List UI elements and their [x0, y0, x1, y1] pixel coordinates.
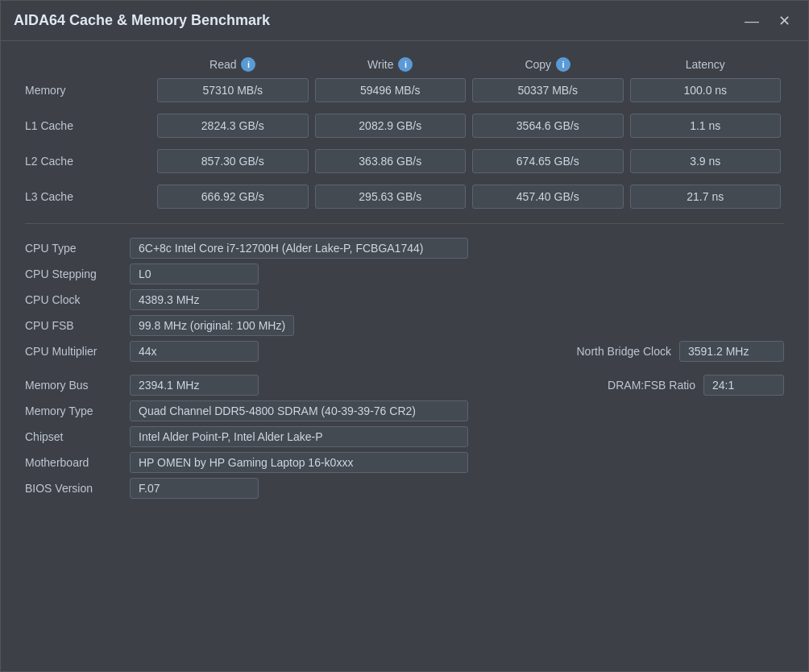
cpu-stepping-value: L0 — [130, 263, 259, 284]
dram-fsb-value: 24:1 — [703, 375, 784, 396]
memory-type-value: Quad Channel DDR5-4800 SDRAM (40-39-39-7… — [130, 400, 468, 421]
l3-copy-value: 457.40 GB/s — [472, 185, 624, 209]
l1-latency-value: 1.1 ns — [630, 114, 782, 138]
l2-copy-value: 674.65 GB/s — [472, 149, 624, 173]
memory-bus-label: Memory Bus — [25, 379, 130, 392]
memory-read-value: 57310 MB/s — [157, 78, 309, 102]
l3-latency-value: 21.7 ns — [630, 185, 782, 209]
minimize-button[interactable]: — — [740, 12, 764, 30]
cpu-multiplier-label: CPU Multiplier — [25, 345, 130, 358]
cpu-stepping-row: CPU Stepping L0 — [25, 263, 784, 285]
main-window: AIDA64 Cache & Memory Benchmark — ✕ Read… — [0, 0, 809, 672]
cpu-multiplier-row: CPU Multiplier 44x North Bridge Clock 35… — [25, 340, 784, 363]
north-bridge-value: 3591.2 MHz — [679, 341, 784, 362]
benchmark-section: Memory 57310 MB/s 59496 MB/s 50337 MB/s … — [25, 78, 784, 209]
l3-cache-label: L3 Cache — [25, 190, 154, 203]
section-divider — [25, 223, 784, 224]
l2-write-value: 363.86 GB/s — [315, 149, 467, 173]
memory-label: Memory — [25, 84, 154, 97]
l1-cache-label: L1 Cache — [25, 119, 154, 132]
memory-type-label: Memory Type — [25, 404, 130, 417]
north-bridge-label: North Bridge Clock — [577, 345, 680, 358]
window-controls: — ✕ — [740, 12, 795, 30]
memory-copy-value: 50337 MB/s — [472, 78, 624, 102]
cpu-type-row: CPU Type 6C+8c Intel Core i7-12700H (Ald… — [25, 237, 784, 259]
read-info-icon[interactable]: i — [241, 57, 255, 72]
content-area: Read i Write i Copy i Latency Memory 573… — [1, 41, 808, 671]
read-header: Read i — [154, 57, 312, 72]
cpu-clock-row: CPU Clock 4389.3 MHz — [25, 288, 784, 311]
l2-latency-value: 3.9 ns — [630, 149, 782, 173]
l3-read-value: 666.92 GB/s — [157, 185, 309, 209]
window-title: AIDA64 Cache & Memory Benchmark — [14, 12, 270, 29]
latency-header: Latency — [627, 58, 785, 71]
motherboard-row: Motherboard HP OMEN by HP Gaming Laptop … — [25, 451, 784, 474]
cpu-fsb-row: CPU FSB 99.8 MHz (original: 100 MHz) — [25, 314, 784, 337]
l2-cache-row: L2 Cache 857.30 GB/s 363.86 GB/s 674.65 … — [25, 149, 784, 173]
copy-header: Copy i — [469, 57, 627, 72]
cpu-fsb-value: 99.8 MHz (original: 100 MHz) — [130, 315, 294, 336]
l2-cache-label: L2 Cache — [25, 155, 154, 168]
cpu-stepping-label: CPU Stepping — [25, 268, 130, 280]
bios-version-row: BIOS Version F.07 — [25, 477, 784, 500]
memory-row: Memory 57310 MB/s 59496 MB/s 50337 MB/s … — [25, 78, 784, 102]
cpu-fsb-label: CPU FSB — [25, 319, 130, 332]
motherboard-label: Motherboard — [25, 456, 130, 469]
close-button[interactable]: ✕ — [774, 12, 795, 30]
cpu-clock-value: 4389.3 MHz — [130, 289, 259, 310]
bios-value: F.07 — [130, 478, 259, 499]
memory-bus-value: 2394.1 MHz — [130, 375, 259, 396]
cpu-type-value: 6C+8c Intel Core i7-12700H (Alder Lake-P… — [130, 238, 468, 259]
l3-cache-row: L3 Cache 666.92 GB/s 295.63 GB/s 457.40 … — [25, 185, 784, 209]
l1-write-value: 2082.9 GB/s — [315, 114, 467, 138]
cpu-clock-label: CPU Clock — [25, 293, 130, 306]
cpu-type-label: CPU Type — [25, 242, 130, 255]
cpu-multiplier-value: 44x — [130, 341, 259, 362]
title-bar: AIDA64 Cache & Memory Benchmark — ✕ — [1, 1, 808, 41]
bios-label: BIOS Version — [25, 482, 130, 495]
chipset-row: Chipset Intel Alder Point-P, Intel Alder… — [25, 425, 784, 448]
chipset-label: Chipset — [25, 430, 130, 443]
l3-write-value: 295.63 GB/s — [315, 185, 467, 209]
l1-cache-row: L1 Cache 2824.3 GB/s 2082.9 GB/s 3564.6 … — [25, 114, 784, 138]
memory-bus-row: Memory Bus 2394.1 MHz DRAM:FSB Ratio 24:… — [25, 374, 784, 396]
chipset-value: Intel Alder Point-P, Intel Alder Lake-P — [130, 426, 468, 447]
write-header: Write i — [312, 57, 470, 72]
dram-fsb-label: DRAM:FSB Ratio — [608, 379, 703, 392]
write-info-icon[interactable]: i — [398, 57, 413, 72]
memory-latency-value: 100.0 ns — [630, 78, 782, 102]
memory-type-row: Memory Type Quad Channel DDR5-4800 SDRAM… — [25, 400, 784, 422]
column-headers: Read i Write i Copy i Latency — [25, 57, 784, 72]
l2-read-value: 857.30 GB/s — [157, 149, 309, 173]
motherboard-value: HP OMEN by HP Gaming Laptop 16-k0xxx — [130, 452, 468, 473]
system-info-section: CPU Type 6C+8c Intel Core i7-12700H (Ald… — [25, 237, 784, 500]
memory-write-value: 59496 MB/s — [315, 78, 467, 102]
l1-copy-value: 3564.6 GB/s — [472, 114, 624, 138]
copy-info-icon[interactable]: i — [556, 57, 570, 72]
l1-read-value: 2824.3 GB/s — [157, 114, 309, 138]
